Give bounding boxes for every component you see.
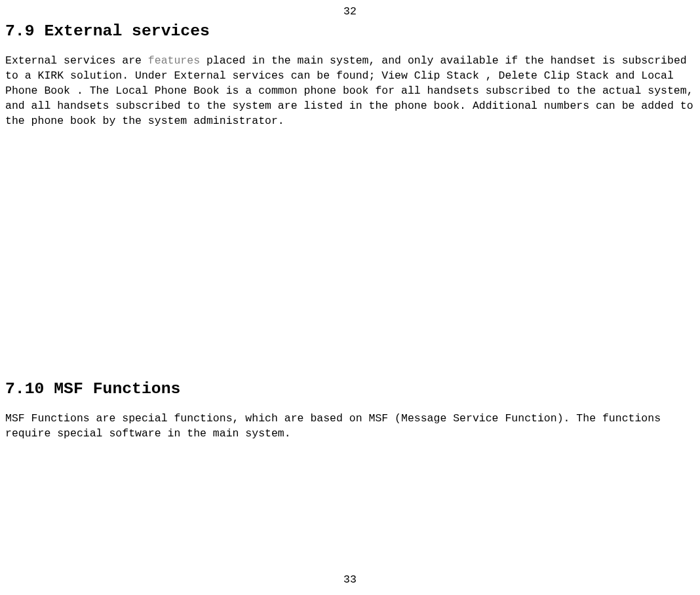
- para-text: MSF Functions are special functions, whi…: [5, 412, 661, 440]
- page-number-bottom: 33: [0, 572, 700, 587]
- para-text-a: External services are: [5, 54, 148, 67]
- paragraph-external-services: External services are features placed in…: [5, 53, 695, 128]
- page-number-top: 32: [0, 4, 700, 19]
- paragraph-msf-functions: MSF Functions are special functions, whi…: [5, 411, 695, 441]
- heading-text: 7.10 MSF Functions: [5, 379, 180, 398]
- heading-text: 7.9 External services: [5, 22, 210, 40]
- heading-external-services: 7.9 External services: [5, 20, 695, 43]
- heading-msf-functions: 7.10 MSF Functions: [5, 377, 695, 400]
- para-text-muted: features: [148, 54, 200, 67]
